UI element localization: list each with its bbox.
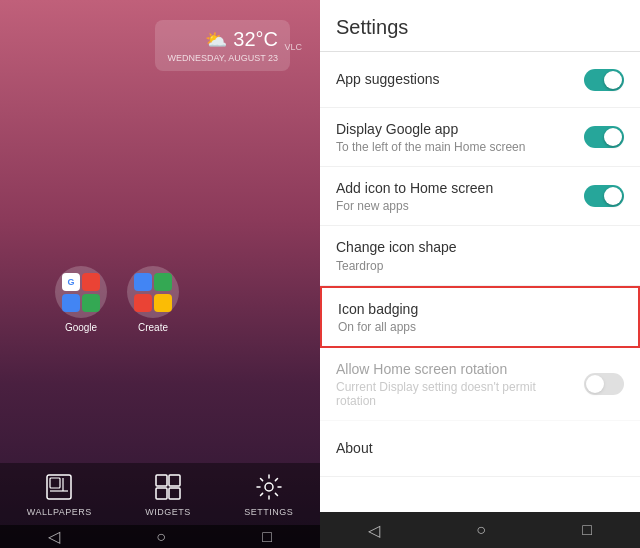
app-suggestions-title: App suggestions xyxy=(336,70,572,88)
add-icon-item[interactable]: Add icon to Home screen For new apps xyxy=(320,167,640,226)
home-screen-rotation-subtitle: Current Display setting doesn't permit r… xyxy=(336,380,572,408)
about-text: About xyxy=(336,439,624,457)
change-icon-shape-subtitle: Teardrop xyxy=(336,259,624,273)
recents-button-left[interactable]: □ xyxy=(262,528,272,546)
svg-point-8 xyxy=(265,483,273,491)
change-icon-shape-title: Change icon shape xyxy=(336,238,624,256)
add-icon-title: Add icon to Home screen xyxy=(336,179,572,197)
settings-button[interactable]: SETTINGS xyxy=(244,471,293,517)
weather-temp: 32°C xyxy=(233,28,278,51)
wallpapers-button[interactable]: WALLPAPERS xyxy=(27,471,92,517)
settings-header: Settings xyxy=(320,0,640,52)
widgets-icon xyxy=(152,471,184,503)
phone-screen: ⛅ 32°C WEDNESDAY, AUGUST 23 VLC G Google xyxy=(0,0,320,463)
home-screen-rotation-title: Allow Home screen rotation xyxy=(336,360,572,378)
create-group[interactable]: Create xyxy=(127,266,179,333)
app-label-create: Create xyxy=(138,322,168,333)
wallpapers-label: WALLPAPERS xyxy=(27,507,92,517)
app-suggestions-toggle[interactable] xyxy=(584,69,624,91)
wallpapers-icon xyxy=(43,471,75,503)
vlc-label: VLC xyxy=(284,42,302,52)
settings-label: SETTINGS xyxy=(244,507,293,517)
settings-title: Settings xyxy=(336,16,624,39)
widgets-label: WIDGETS xyxy=(145,507,191,517)
display-google-app-title: Display Google app xyxy=(336,120,572,138)
app-suggestions-item[interactable]: App suggestions xyxy=(320,52,640,108)
about-item[interactable]: About xyxy=(320,421,640,477)
bottom-nav-left: WALLPAPERS WIDGETS xyxy=(0,463,320,548)
display-google-app-toggle[interactable] xyxy=(584,126,624,148)
svg-rect-1 xyxy=(50,478,60,488)
svg-rect-5 xyxy=(169,475,180,486)
home-screen-rotation-toggle xyxy=(584,373,624,395)
icon-badging-title: Icon badging xyxy=(338,300,622,318)
icon-badging-text: Icon badging On for all apps xyxy=(338,300,622,334)
settings-gear-icon xyxy=(253,471,285,503)
weather-widget: ⛅ 32°C WEDNESDAY, AUGUST 23 xyxy=(155,20,290,71)
back-button-left[interactable]: ◁ xyxy=(48,527,60,546)
add-icon-toggle[interactable] xyxy=(584,185,624,207)
weather-date: WEDNESDAY, AUGUST 23 xyxy=(167,53,278,63)
bottom-actions: WALLPAPERS WIDGETS xyxy=(0,463,320,525)
recents-button-right[interactable]: □ xyxy=(582,521,592,539)
weather-icon: ⛅ xyxy=(205,29,227,51)
app-label-google: Google xyxy=(65,322,97,333)
home-button-left[interactable]: ○ xyxy=(156,528,166,546)
widgets-button[interactable]: WIDGETS xyxy=(145,471,191,517)
back-button-right[interactable]: ◁ xyxy=(368,521,380,540)
system-nav-left: ◁ ○ □ xyxy=(0,525,320,548)
display-google-app-subtitle: To the left of the main Home screen xyxy=(336,140,572,154)
svg-rect-4 xyxy=(156,475,167,486)
right-panel: Settings App suggestions Display Google … xyxy=(320,0,640,548)
icon-badging-item[interactable]: Icon badging On for all apps xyxy=(320,286,640,348)
add-icon-text: Add icon to Home screen For new apps xyxy=(336,179,572,213)
svg-rect-6 xyxy=(156,488,167,499)
google-group[interactable]: G Google xyxy=(55,266,107,333)
settings-list: App suggestions Display Google app To th… xyxy=(320,52,640,512)
system-nav-right: ◁ ○ □ xyxy=(320,512,640,548)
display-google-app-item[interactable]: Display Google app To the left of the ma… xyxy=(320,108,640,167)
home-button-right[interactable]: ○ xyxy=(476,521,486,539)
change-icon-shape-item[interactable]: Change icon shape Teardrop xyxy=(320,226,640,285)
app-suggestions-text: App suggestions xyxy=(336,70,572,88)
app-icons-row: G Google Create xyxy=(55,266,179,333)
left-panel: ⛅ 32°C WEDNESDAY, AUGUST 23 VLC G Google xyxy=(0,0,320,548)
icon-badging-subtitle: On for all apps xyxy=(338,320,622,334)
home-screen-rotation-item: Allow Home screen rotation Current Displ… xyxy=(320,348,640,421)
change-icon-shape-text: Change icon shape Teardrop xyxy=(336,238,624,272)
home-screen-rotation-text: Allow Home screen rotation Current Displ… xyxy=(336,360,572,408)
svg-rect-7 xyxy=(169,488,180,499)
add-icon-subtitle: For new apps xyxy=(336,199,572,213)
about-title: About xyxy=(336,439,624,457)
display-google-app-text: Display Google app To the left of the ma… xyxy=(336,120,572,154)
